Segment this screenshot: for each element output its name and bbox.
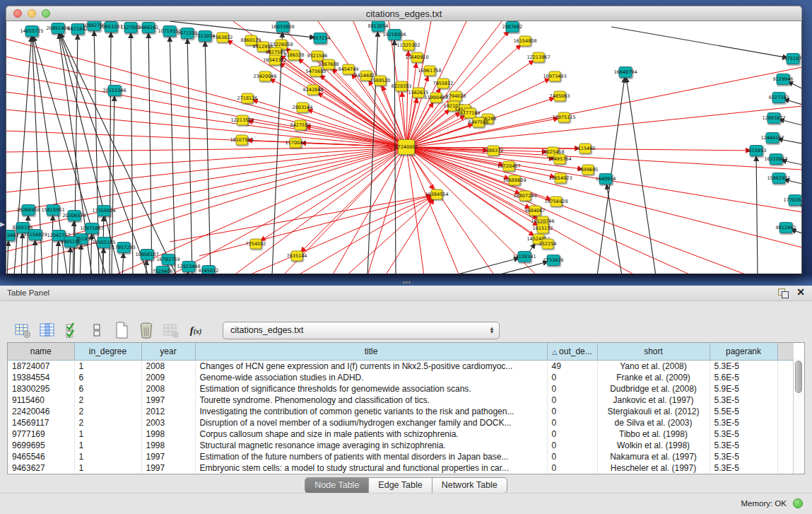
cell-in_degree[interactable]: 1 [74,428,141,440]
network-node[interactable]: 2087682 [506,21,519,33]
cell-in_degree[interactable]: 1 [74,451,141,462]
cell-in_degree[interactable]: 2 [74,406,141,417]
cell-in_degree[interactable]: 1 [74,361,141,373]
cell-in_degree[interactable]: 6 [74,372,141,383]
network-node[interactable]: 1588520 [375,76,387,86]
network-node[interactable]: 2803144 [297,103,309,113]
cell-title[interactable]: Changes of HCN gene expression and I(f) … [195,361,547,373]
network-node[interactable]: 11156829 [29,229,42,240]
network-node[interactable]: 1640954 [599,173,613,185]
network-node[interactable]: 1170044 [290,138,302,148]
network-node[interactable]: 7857234 [314,33,327,44]
network-node[interactable]: 10653287 [105,21,118,33]
cell-year[interactable]: 1997 [141,395,195,406]
cell-pagerank[interactable]: 5.3E-5 [710,417,777,428]
network-node[interactable]: 9115460 [579,144,592,154]
network-node[interactable]: 7733426 [547,255,560,266]
table-row[interactable]: 946554611997Estimation of the future num… [8,451,794,462]
network-node[interactable]: 10719155 [163,25,177,37]
cell-year[interactable]: 2009 [141,372,195,383]
panel-collapse-arrow[interactable]: ▶ [0,221,5,228]
cell-pagerank[interactable]: 5.3E-5 [710,462,777,474]
cell-out_de[interactable]: 0 [547,383,597,395]
network-node[interactable]: 7485063 [554,91,566,102]
cell-short[interactable]: de Silva et al. (2003) [597,417,710,428]
table-mode-icon[interactable] [13,321,32,339]
cell-year[interactable]: 1997 [141,451,195,462]
cell-in_degree[interactable]: 1 [74,440,141,451]
network-node[interactable]: 16648794 [619,66,632,78]
network-node[interactable]: 7563822 [217,33,229,43]
cell-pagerank[interactable]: 5.9E-5 [710,383,777,395]
cell-out_de[interactable]: 0 [547,440,597,451]
cell-name[interactable]: 18724007 [8,361,74,373]
network-node[interactable]: 9242848 [307,85,319,95]
network-node[interactable]: 12923448 [182,261,196,272]
function-builder-icon[interactable]: f(x) [187,321,205,339]
row-height-icon[interactable] [88,321,106,339]
cell-in_degree[interactable]: 2 [74,395,141,406]
network-node[interactable]: 19756928 [551,197,563,207]
tab-edge-table[interactable]: Edge Table [368,477,432,493]
network-node[interactable]: 18807249 [519,191,531,201]
cell-pagerank[interactable]: 5.3E-5 [710,395,777,406]
cell-short[interactable]: Dudbridge et al. (2008) [597,383,710,395]
table-row[interactable]: 911546021997Tourette syndrome. Phenomeno… [8,395,794,406]
network-node[interactable]: 19218506 [388,29,401,40]
cell-pagerank[interactable]: 5.3E-5 [710,428,777,440]
network-node[interactable]: 15720407 [503,161,515,172]
table-row[interactable]: 969969511998Structural magnetic resonanc… [8,440,794,451]
network-node[interactable]: 25266950 [22,204,35,216]
table-row[interactable]: 977716911998Corpus callosum shape and si… [8,428,794,440]
network-node[interactable]: 19654923 [555,173,567,184]
network-node[interactable]: 12213967 [533,52,545,63]
column-header-in_degree[interactable]: in_degree [74,343,141,361]
network-node[interactable]: 9321546 [312,51,324,62]
network-node[interactable]: 7386372 [488,146,500,156]
panel-splitter-handle[interactable] [403,281,411,284]
network-node[interactable]: 8813054 [372,21,385,32]
table-row[interactable]: 1872400712008Changes of HCN gene express… [8,361,794,373]
cell-short[interactable]: Wolkin et al. (1998) [597,440,710,451]
cell-name[interactable]: 19384554 [8,372,74,383]
cell-name[interactable]: 9115460 [8,395,74,406]
network-node[interactable]: 11990448 [430,93,442,103]
cell-title[interactable]: Structural magnetic resonance image aver… [195,440,547,451]
network-node[interactable]: 15818951 [47,204,60,216]
network-node[interactable]: 11325302 [403,40,415,51]
network-hub-node[interactable]: 17240001 [398,139,415,155]
cell-out_de[interactable]: 0 [547,451,597,462]
float-panel-icon[interactable] [778,288,788,298]
cell-in_degree[interactable]: 2 [74,417,141,428]
network-canvas[interactable]: 7563822886012389129542322605893275051654… [6,21,802,275]
cell-title[interactable]: Investigating the contribution of common… [195,406,547,417]
network-node[interactable]: 14055725 [25,25,39,37]
network-node[interactable]: 1527002 [124,22,138,33]
network-node[interactable]: 16495764 [554,154,566,165]
network-window-titlebar[interactable]: citations_edges.txt [6,6,802,21]
network-node[interactable]: 8427552 [295,120,307,131]
column-header-pagerank[interactable]: pagerank [710,343,777,361]
network-node[interactable]: 16210643 [770,153,783,165]
network-node[interactable]: 9812462 [779,222,793,233]
show-columns-icon[interactable] [38,321,57,339]
cell-out_de[interactable]: 0 [547,417,597,428]
cell-name[interactable]: 14569117 [8,417,74,428]
create-column-icon[interactable] [112,321,131,339]
cell-name[interactable]: 9465546 [8,451,74,462]
network-node[interactable]: 19384554 [431,189,443,200]
network-node[interactable]: 9245012 [202,265,216,275]
cell-year[interactable]: 1997 [141,462,195,474]
cell-year[interactable]: 2008 [141,383,195,395]
cell-pagerank[interactable]: 5.6E-5 [710,372,777,383]
network-node[interactable]: 252254 [542,239,554,250]
cell-title[interactable]: Genome-wide association studies in ADHD. [195,372,547,383]
network-node[interactable]: 3915463 [6,230,16,241]
network-node[interactable]: 16961758 [424,66,436,76]
network-node[interactable]: 20206576 [68,210,81,221]
network-node[interactable]: 7529406 [156,266,170,275]
cell-short[interactable]: Stergiakouli et al. (2012) [597,406,710,417]
cell-short[interactable]: Franke et al. (2009) [597,372,710,383]
network-node[interactable]: 10958107 [141,249,154,260]
cell-out_de[interactable]: 0 [547,428,597,440]
